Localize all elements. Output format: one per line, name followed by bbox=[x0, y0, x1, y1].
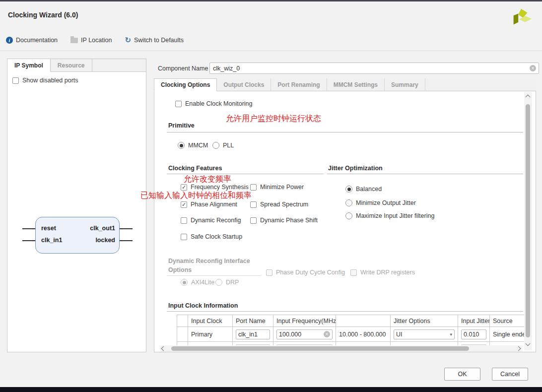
drp-radio bbox=[215, 279, 222, 286]
jitter-minimize-output[interactable]: Minimize Output Jitter bbox=[345, 199, 416, 206]
input-clock-info-rule bbox=[167, 311, 523, 312]
show-disabled-ports-label: Show disabled ports bbox=[22, 77, 78, 84]
info-icon: i bbox=[6, 37, 13, 44]
header-jitter-options: Jitter Options bbox=[391, 315, 458, 327]
tab-clocking-options[interactable]: Clocking Options bbox=[154, 78, 217, 91]
primary-range: 10.000 - 800.000 bbox=[336, 327, 391, 342]
dynamic-reconfig-rule bbox=[167, 275, 261, 276]
phase-duty-cycle-label: Phase Duty Cycle Config bbox=[276, 269, 345, 276]
feature-spread-spectrum[interactable]: Spread Spectrum bbox=[250, 201, 308, 208]
tab-ip-symbol[interactable]: IP Symbol bbox=[7, 59, 51, 72]
dynamic-reconfig-checkbox[interactable] bbox=[181, 217, 187, 224]
enable-clock-monitoring-toggle[interactable]: Enable Clock Monitoring bbox=[175, 100, 253, 107]
table-header-row: Input Clock Port Name Input Frequency(MH… bbox=[177, 315, 525, 327]
jitter-maximize-input[interactable]: Maximize Input Jitter filtering bbox=[345, 212, 434, 219]
header-port-name: Port Name bbox=[233, 315, 273, 327]
port-clk-out1: clk_out1 bbox=[90, 225, 115, 232]
component-name-label: Component Name bbox=[158, 65, 208, 72]
port-stub-clk-out1 bbox=[120, 228, 133, 229]
primary-frequency-input[interactable] bbox=[279, 331, 324, 338]
phase-duty-cycle-checkbox bbox=[266, 269, 272, 276]
maximize-input-jitter-radio[interactable] bbox=[345, 212, 352, 219]
show-disabled-ports-checkbox[interactable] bbox=[12, 77, 19, 84]
frequency-synthesis-checkbox[interactable] bbox=[181, 184, 187, 191]
drp-option: DRP bbox=[215, 279, 239, 286]
scroll-left-icon[interactable] bbox=[161, 346, 166, 351]
feature-dynamic-reconfig[interactable]: Dynamic Reconfig bbox=[181, 217, 241, 224]
component-name-input[interactable] bbox=[210, 65, 530, 72]
primary-port-input[interactable] bbox=[238, 331, 268, 338]
vertical-scrollbar[interactable] bbox=[524, 92, 532, 350]
dynamic-phase-shift-checkbox[interactable] bbox=[250, 217, 257, 224]
primitive-pll-radio[interactable]: PLL bbox=[212, 142, 234, 149]
primary-frequency-field: × bbox=[276, 329, 333, 339]
header-range bbox=[336, 315, 391, 327]
tab-output-clocks[interactable]: Output Clocks bbox=[217, 78, 271, 91]
phase-alignment-checkbox[interactable] bbox=[181, 201, 187, 208]
input-clock-table: Input Clock Port Name Input Frequency(MH… bbox=[177, 315, 524, 346]
axi4lite-option: AXI4Lite bbox=[181, 279, 214, 286]
switch-to-defaults-button[interactable]: ↻ Switch to Defaults bbox=[125, 37, 184, 44]
primary-input-jitter-field bbox=[461, 329, 486, 339]
maximize-input-jitter-label: Maximize Input Jitter filtering bbox=[356, 212, 434, 219]
documentation-label: Documentation bbox=[16, 37, 58, 44]
ip-location-button[interactable]: IP Location bbox=[70, 37, 112, 44]
spread-spectrum-checkbox[interactable] bbox=[250, 201, 257, 208]
scroll-right-icon[interactable] bbox=[516, 346, 521, 351]
primary-name: Primary bbox=[188, 327, 233, 342]
header-source: Source bbox=[490, 315, 525, 327]
config-tabs: Clocking Options Output Clocks Port Rena… bbox=[154, 78, 536, 91]
feature-minimize-power[interactable]: Minimize Power bbox=[250, 184, 304, 191]
vertical-scroll-thumb[interactable] bbox=[526, 104, 530, 337]
feature-safe-clock-startup[interactable]: Safe Clock Startup bbox=[181, 233, 242, 240]
minimize-output-jitter-label: Minimize Output Jitter bbox=[356, 199, 416, 206]
feature-dynamic-phase-shift[interactable]: Dynamic Phase Shift bbox=[250, 217, 318, 224]
ip-symbol-panel: IP Symbol Resource Show disabled ports r… bbox=[7, 59, 146, 352]
pll-label: PLL bbox=[223, 142, 234, 149]
write-drp-label: Write DRP registers bbox=[360, 269, 415, 276]
show-disabled-ports-toggle[interactable]: Show disabled ports bbox=[12, 77, 78, 84]
tab-mmcm-settings[interactable]: MMCM Settings bbox=[327, 78, 385, 91]
refresh-icon: ↻ bbox=[125, 37, 131, 43]
jitter-balanced[interactable]: Balanced bbox=[345, 186, 382, 193]
documentation-button[interactable]: i Documentation bbox=[6, 37, 58, 44]
balanced-radio[interactable] bbox=[345, 186, 352, 193]
ip-location-label: IP Location bbox=[81, 37, 112, 44]
left-panel-tabs: IP Symbol Resource bbox=[7, 59, 146, 72]
balanced-label: Balanced bbox=[356, 186, 382, 193]
minimize-power-checkbox[interactable] bbox=[250, 184, 257, 191]
minimize-output-jitter-radio[interactable] bbox=[345, 199, 352, 206]
primary-select-cell bbox=[177, 327, 188, 342]
primary-jitter-dropdown[interactable]: UI▾ bbox=[394, 329, 455, 339]
horizontal-scroll-thumb[interactable] bbox=[171, 346, 469, 351]
axi4lite-radio bbox=[181, 279, 188, 286]
tab-resource[interactable]: Resource bbox=[51, 59, 92, 71]
phase-alignment-label: Phase Alignment bbox=[191, 201, 237, 208]
feature-phase-alignment[interactable]: Phase Alignment bbox=[181, 201, 237, 208]
feature-frequency-synthesis[interactable]: Frequency Synthesis bbox=[181, 184, 249, 191]
mmcm-radio[interactable] bbox=[178, 142, 185, 149]
tab-port-renaming[interactable]: Port Renaming bbox=[271, 78, 327, 91]
ok-button[interactable]: OK bbox=[444, 368, 480, 381]
switch-to-defaults-label: Switch to Defaults bbox=[134, 37, 184, 44]
tab-summary[interactable]: Summary bbox=[385, 78, 425, 91]
frequency-clear-icon[interactable]: × bbox=[324, 331, 330, 337]
ip-symbol-body: Show disabled ports reset clk_in1 clk_ou… bbox=[7, 72, 146, 352]
primitive-mmcm-radio[interactable]: MMCM bbox=[178, 142, 208, 149]
window-top-edge bbox=[0, 0, 542, 1]
cancel-button[interactable]: Cancel bbox=[492, 368, 528, 381]
header-input-frequency: Input Frequency(MHz) bbox=[273, 315, 336, 327]
clear-icon[interactable]: × bbox=[530, 65, 536, 71]
pll-radio[interactable] bbox=[212, 142, 219, 149]
scroll-up-icon[interactable] bbox=[526, 95, 531, 100]
input-clock-table-wrap: Input Clock Port Name Input Frequency(MH… bbox=[177, 315, 524, 346]
horizontal-scrollbar[interactable] bbox=[160, 345, 523, 352]
header-input-jitter: Input Jitter bbox=[458, 315, 490, 327]
scroll-down-icon[interactable] bbox=[526, 341, 531, 346]
safe-clock-startup-label: Safe Clock Startup bbox=[191, 233, 242, 240]
primary-jitter-value: UI bbox=[396, 331, 403, 338]
primary-input-jitter-input[interactable] bbox=[464, 331, 484, 338]
primary-source: Single ended bbox=[490, 327, 525, 342]
safe-clock-startup-checkbox[interactable] bbox=[181, 234, 187, 240]
enable-clock-monitoring-checkbox[interactable] bbox=[175, 101, 182, 107]
